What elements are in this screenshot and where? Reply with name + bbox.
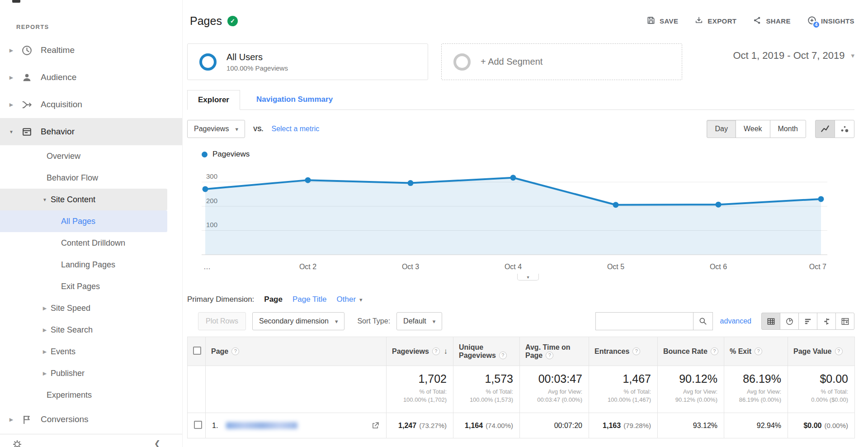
granularity-week-button[interactable]: Week xyxy=(736,120,770,138)
plot-rows-button[interactable]: Plot Rows xyxy=(198,312,246,330)
cell-value: 1,163 xyxy=(603,422,621,429)
search-input[interactable] xyxy=(595,312,693,330)
dimension-other[interactable]: Other ▾ xyxy=(337,295,363,304)
pageviews-chart[interactable]: 100200300…Oct 2Oct 3Oct 4Oct 5Oct 6Oct 7… xyxy=(187,162,854,281)
segment-all-users[interactable]: All Users 100.00% Pageviews xyxy=(187,43,428,80)
advanced-search-link[interactable]: advanced xyxy=(720,317,751,325)
select-all-checkbox[interactable] xyxy=(193,347,201,355)
tab-navigation-summary[interactable]: Navigation Summary xyxy=(256,95,333,109)
metric-dropdown[interactable]: Pageviews ▾ xyxy=(187,120,245,138)
sidebar-item-site-search[interactable]: ▶ Site Search xyxy=(0,319,182,341)
legend-dot-icon xyxy=(202,152,208,157)
tab-explorer[interactable]: Explorer xyxy=(187,90,240,110)
sidebar-item-site-speed[interactable]: ▶ Site Speed xyxy=(0,297,182,319)
summary-subline: Avg for View: xyxy=(747,388,781,395)
column-header-bounce-rate[interactable]: Bounce Rate? xyxy=(658,337,724,366)
sidebar-item-all-pages[interactable]: All Pages xyxy=(0,210,167,232)
dimension-page-title[interactable]: Page Title xyxy=(292,295,327,304)
granularity-month-button[interactable]: Month xyxy=(770,120,806,138)
dimension-page[interactable]: Page xyxy=(264,295,283,304)
row-checkbox[interactable] xyxy=(194,421,202,429)
help-icon[interactable]: ? xyxy=(755,347,762,355)
date-range-picker[interactable]: Oct 1, 2019 - Oct 7, 2019 ▾ xyxy=(733,43,854,62)
comparison-view-button[interactable] xyxy=(817,313,836,330)
column-header-avg-time-on-page[interactable]: Avg. Time on Page? xyxy=(520,337,589,366)
sort-type-label: Sort Type: xyxy=(357,317,390,325)
select-metric-link[interactable]: Select a metric xyxy=(271,125,319,133)
sidebar-item-conversions[interactable]: ▶ Conversions xyxy=(0,406,182,433)
sidebar-item-behavior-flow[interactable]: Behavior Flow xyxy=(0,167,182,189)
line-chart-button[interactable] xyxy=(815,120,835,138)
performance-view-button[interactable] xyxy=(798,313,817,330)
summary-subline: 100.00% (1,573) xyxy=(470,396,513,403)
sidebar-item-landing-pages[interactable]: Landing Pages xyxy=(0,254,182,276)
column-header-entrances[interactable]: Entrances? xyxy=(589,337,658,366)
date-range-label: Oct 1, 2019 - Oct 7, 2019 xyxy=(733,50,844,62)
help-icon[interactable]: ? xyxy=(835,347,843,355)
add-segment-button[interactable]: + Add Segment xyxy=(441,43,682,80)
chart-legend: Pageviews xyxy=(187,150,854,159)
help-icon[interactable]: ? xyxy=(711,347,718,355)
help-icon[interactable]: ? xyxy=(231,347,239,355)
summary-value: 00:03:47 xyxy=(526,372,582,385)
summary-entrances: 1,467 % of Total:100.00% (1,467) xyxy=(589,366,658,413)
open-page-external-icon[interactable] xyxy=(371,421,380,430)
chart-collapse-handle[interactable]: ▾ xyxy=(517,274,539,281)
redacted-page-path xyxy=(226,422,297,429)
sort-type-dropdown[interactable]: Default ▾ xyxy=(396,312,442,330)
sidebar-item-content-drilldown[interactable]: Content Drilldown xyxy=(0,232,182,254)
metric-dropdown-value: Pageviews xyxy=(194,125,229,133)
sidebar-item-audience[interactable]: ▶ Audience xyxy=(0,64,182,91)
pivot-view-button[interactable] xyxy=(835,313,854,330)
save-button[interactable]: SAVE xyxy=(646,16,678,26)
sidebar-collapse-icon[interactable]: ❮ xyxy=(154,439,160,447)
share-button[interactable]: SHARE xyxy=(753,16,791,26)
help-icon[interactable]: ? xyxy=(432,347,440,355)
summary-subline: % of Total: xyxy=(821,388,848,395)
verified-check-icon: ✓ xyxy=(227,16,238,26)
data-view-button[interactable] xyxy=(761,313,780,330)
motion-chart-button[interactable] xyxy=(835,120,854,138)
sidebar-item-acquisition[interactable]: ▶ Acquisition xyxy=(0,91,182,118)
table-row: 1. 1,247(73.27%) 1,164(74.00%) 00:07:20 … xyxy=(188,413,855,438)
gear-icon[interactable] xyxy=(12,439,23,447)
sidebar-item-events[interactable]: ▶ Events xyxy=(0,341,182,362)
insights-button[interactable]: 4 INSIGHTS xyxy=(807,15,854,27)
page-link[interactable] xyxy=(225,422,297,429)
help-icon[interactable]: ? xyxy=(546,352,553,359)
search-button[interactable] xyxy=(693,312,713,330)
column-header-unique-pageviews[interactable]: Unique Pageviews? xyxy=(453,337,520,366)
share-icon xyxy=(753,16,762,26)
granularity-day-button[interactable]: Day xyxy=(707,120,736,138)
sidebar-item-experiments[interactable]: Experiments xyxy=(0,384,182,406)
help-icon[interactable]: ? xyxy=(632,347,640,355)
row-index: 1. xyxy=(212,422,218,430)
column-header-pct-exit[interactable]: % Exit? xyxy=(724,337,788,366)
line-chart-canvas[interactable]: 100200300…Oct 2Oct 3Oct 4Oct 5Oct 6Oct 7 xyxy=(202,162,827,274)
sidebar-item-exit-pages[interactable]: Exit Pages xyxy=(0,276,182,297)
sidebar-item-site-content[interactable]: ▼ Site Content xyxy=(0,189,167,210)
summary-subline: % of Total: xyxy=(420,388,447,395)
summary-subline: 100.00% (1,702) xyxy=(403,396,447,403)
sidebar-item-label: All Pages xyxy=(61,217,95,226)
sidebar-item-label: Content Drilldown xyxy=(61,238,125,248)
column-label: Page Value xyxy=(793,347,832,355)
column-label: Unique Pageviews xyxy=(459,343,496,359)
sidebar-item-publisher[interactable]: ▶ Publisher xyxy=(0,362,182,384)
column-header-page-value[interactable]: Page Value? xyxy=(788,337,855,366)
select-all-checkbox-cell xyxy=(188,337,206,366)
caret-down-icon: ▾ xyxy=(335,318,338,325)
line-chart-icon xyxy=(820,124,830,134)
column-header-pageviews[interactable]: Pageviews?↓ xyxy=(387,337,453,366)
help-icon[interactable]: ? xyxy=(499,352,507,359)
export-button[interactable]: EXPORT xyxy=(694,16,736,26)
sidebar-item-behavior[interactable]: ▼ Behavior xyxy=(0,118,182,145)
page-cell: 1. xyxy=(206,413,387,438)
sidebar-item-label: Publisher xyxy=(51,369,85,378)
percentage-view-button[interactable] xyxy=(780,313,799,330)
sidebar-item-overview[interactable]: Overview xyxy=(0,145,182,167)
secondary-dimension-dropdown[interactable]: Secondary dimension ▾ xyxy=(252,312,344,330)
sidebar-item-realtime[interactable]: ▶ Realtime xyxy=(0,37,182,64)
cell-value: 92.94% xyxy=(757,422,781,429)
column-header-page[interactable]: Page? xyxy=(206,337,387,366)
